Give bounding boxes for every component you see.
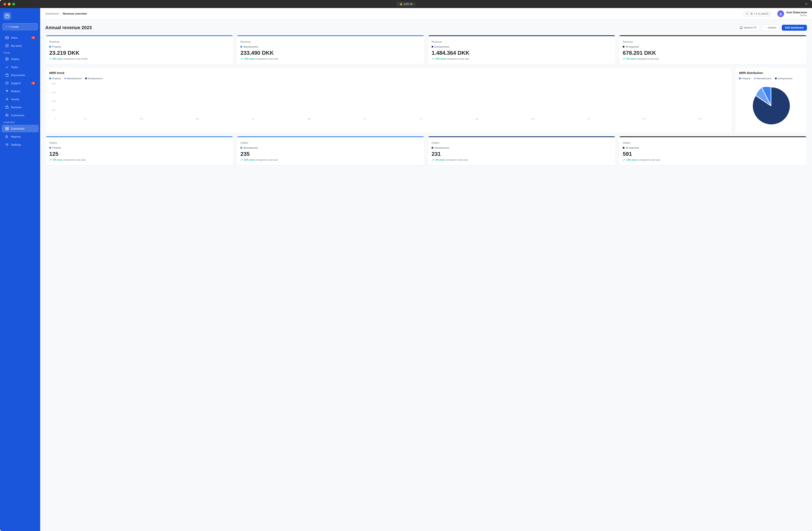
bar-month-label: Sep: [531, 118, 534, 120]
y-label: 375k: [49, 91, 57, 94]
sidebar-item-label: Assets: [11, 98, 19, 101]
card-value: 235: [241, 151, 421, 157]
create-button[interactable]: + + Create: [2, 23, 38, 30]
bar-group: Mar: [170, 83, 225, 120]
team-section-label: TEAM: [0, 50, 40, 55]
sidebar-item-customers[interactable]: Customers: [2, 112, 39, 119]
legend-dot: [432, 147, 433, 149]
card-change: 13% more compared to last year: [241, 58, 421, 60]
sidebar: + + Create Inbox 3 My tasks TEAM Orders: [0, 8, 40, 531]
card-change: 10% more compared to last year: [241, 159, 421, 161]
card-label: Orders: [241, 142, 421, 144]
bar-chart: 500k375k250k125k0JanFebMarAprMayJunJulAu…: [49, 83, 728, 125]
legend-dot: [623, 46, 624, 47]
legend-dot: [49, 147, 51, 149]
bar-group: Aug: [449, 83, 504, 120]
sidebar-item-reports[interactable]: Reports: [2, 133, 39, 141]
search-bar[interactable]: ⌘ + K to search: [743, 11, 771, 17]
sidebar-item-notices[interactable]: Notices: [2, 87, 39, 95]
dist-property-dot: [739, 77, 741, 79]
sidebar-item-settings[interactable]: Settings: [2, 141, 39, 148]
edit-dashboard-button[interactable]: Edit dashboard: [782, 25, 807, 31]
breadcrumb-current: Revenue overview: [63, 12, 87, 15]
card-value: 233.490 DKK: [241, 50, 421, 56]
bar-group: Nov: [617, 83, 672, 120]
sidebar-item-services[interactable]: Services: [2, 103, 39, 111]
revenue-cards-card-0: Revenue Property 23.219 DKK 8% more comp…: [45, 35, 233, 64]
dist-manufacturers-dot: [754, 77, 756, 79]
sidebar-item-orders[interactable]: Orders: [2, 55, 39, 63]
send-to-tv-button[interactable]: Send to TV: [737, 25, 760, 31]
revenue-cards-card-3: Revenue All segments 678.201 DKK 5% more…: [619, 35, 807, 64]
company-section-label: COMPANY: [0, 119, 40, 124]
svg-rect-15: [740, 27, 742, 29]
card-top-bar: [45, 136, 233, 137]
svg-point-12: [6, 144, 8, 145]
card-label: Revenue: [623, 40, 803, 43]
legend-text: Property: [52, 45, 61, 48]
legend-property: Property: [49, 77, 61, 80]
maximize-button[interactable]: [12, 3, 15, 5]
app-container: + + Create Inbox 3 My tasks TEAM Orders: [0, 8, 812, 531]
sidebar-logo: [0, 11, 40, 23]
notices-icon: [5, 89, 9, 93]
support-badge: 4: [31, 82, 35, 85]
close-button[interactable]: [3, 3, 6, 5]
card-value: 678.201 DKK: [623, 50, 803, 56]
window-chrome: 🔒 jublo.dk ↻: [0, 0, 812, 8]
orders-cards-card-0: Orders Property 125 3% more compared to …: [45, 136, 233, 165]
sidebar-item-documents[interactable]: Documents: [2, 71, 39, 79]
orders-cards-row: Orders Property 125 3% more compared to …: [45, 136, 807, 165]
search-placeholder: ⌘ + K to search: [750, 12, 768, 15]
sidebar-item-assets[interactable]: Assets: [2, 95, 39, 103]
legend-text: Manufacturers: [243, 147, 258, 149]
reports-icon: [5, 135, 9, 138]
y-label: 0: [49, 118, 57, 120]
breadcrumb-root[interactable]: Dashboard: [45, 12, 59, 15]
svg-rect-8: [5, 127, 7, 128]
card-top-bar: [45, 35, 233, 36]
sidebar-item-label: Reports: [11, 135, 21, 138]
minimize-button[interactable]: [8, 3, 11, 5]
card-label: Orders: [623, 142, 803, 144]
sidebar-item-label: Services: [11, 106, 21, 109]
url-bar[interactable]: 🔒 jublo.dk: [396, 2, 416, 6]
card-legend: All segments: [623, 45, 803, 48]
bar-month-label: Jan: [84, 118, 87, 120]
sidebar-item-dashboard[interactable]: Dashboard: [2, 125, 39, 132]
svg-rect-9: [7, 127, 9, 128]
actions-button[interactable]: ··· Actions: [762, 25, 780, 31]
revenue-cards-card-2: Revenue Entrepreneurs 1.484.364 DKK 21% …: [427, 35, 616, 64]
refresh-button[interactable]: ↻: [805, 2, 808, 6]
bar-month-label: Jul: [420, 118, 422, 120]
page-title: Annual revenue 2023: [45, 25, 92, 30]
bar-group: Oct: [561, 83, 616, 120]
dist-legend-entrepreneurs: Entrepreneurs: [775, 77, 793, 80]
documents-icon: [5, 73, 9, 77]
plus-icon: +: [5, 25, 7, 28]
sidebar-item-label: Customers: [11, 114, 24, 117]
bar-month-label: May: [307, 118, 311, 120]
card-label: Revenue: [241, 40, 421, 43]
sidebar-item-label: Support: [11, 82, 21, 85]
user-profile[interactable]: Axel Óskarsson Taurus: [777, 10, 807, 17]
svg-point-5: [6, 99, 8, 100]
card-top-bar: [237, 35, 424, 36]
legend-property-label: Property: [52, 77, 61, 80]
pie-chart: [750, 85, 792, 127]
sidebar-item-support[interactable]: Support 4: [2, 79, 39, 87]
bar-group: Feb: [114, 83, 169, 120]
edit-label: Edit dashboard: [785, 26, 803, 29]
mrr-distribution-title: MRR distribution: [739, 71, 803, 75]
create-label: + Create: [8, 25, 19, 28]
user-info: Axel Óskarsson Taurus: [786, 11, 807, 16]
breadcrumb-separator: /: [60, 12, 61, 15]
card-value: 231: [432, 151, 612, 157]
sidebar-item-inbox[interactable]: Inbox 3: [2, 34, 39, 41]
card-label: Revenue: [432, 40, 612, 43]
card-top-bar: [619, 136, 807, 137]
sidebar-item-tasks[interactable]: Tasks: [2, 63, 39, 71]
legend-dot: [49, 46, 51, 47]
bar-group: Jun: [337, 83, 393, 120]
sidebar-item-my-tasks[interactable]: My tasks: [2, 42, 39, 49]
